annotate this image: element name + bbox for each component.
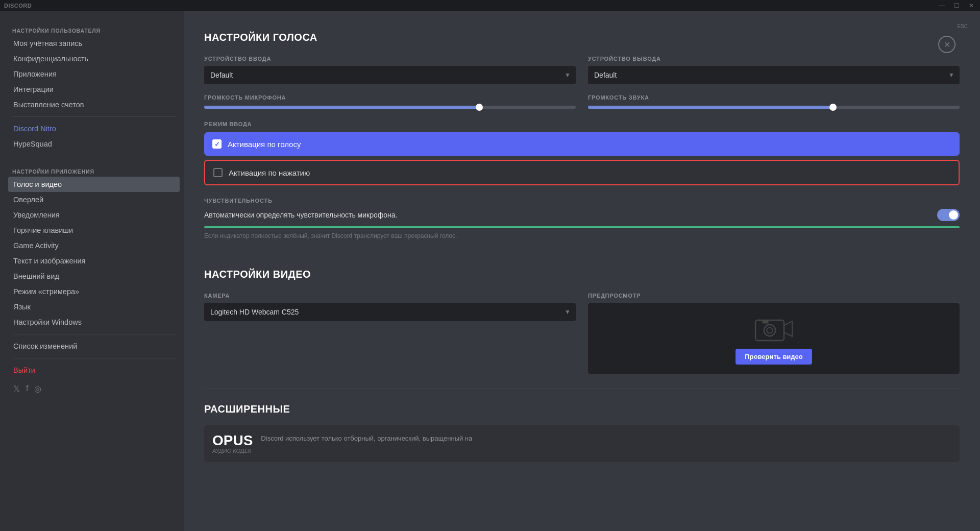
sound-volume-label: ГРОМКОСТЬ ЗВУКА bbox=[588, 94, 960, 101]
auto-sensitivity-text: Автоматически определять чувствительност… bbox=[204, 211, 937, 219]
input-mode-label: РЕЖИМ ВВОДА bbox=[204, 121, 960, 127]
sidebar-item-streamer-mode[interactable]: Режим «стримера» bbox=[8, 284, 180, 299]
sidebar-item-overlay[interactable]: Оверлей bbox=[8, 192, 180, 207]
sidebar-divider-2 bbox=[12, 156, 176, 156]
push-to-talk-checkbox bbox=[213, 168, 223, 177]
sensitivity-row: Автоматически определять чувствительност… bbox=[204, 209, 960, 221]
output-device-group: УСТРОЙСТВО ВЫВОДА Default ▼ bbox=[588, 56, 960, 84]
codec-logo-sub: АУДИО КОДЕК bbox=[212, 448, 253, 454]
sensitivity-label: ЧУВСТВИТЕЛЬНОСТЬ bbox=[204, 198, 960, 204]
codec-logo-area: OPUS АУДИО КОДЕК bbox=[212, 433, 253, 454]
codec-card: OPUS АУДИО КОДЕК Discord использует толь… bbox=[204, 425, 960, 462]
input-device-label: УСТРОЙСТВО ВВОДА bbox=[204, 56, 576, 62]
codec-logo: OPUS bbox=[212, 433, 253, 448]
camera-label: КАМЕРА bbox=[204, 293, 576, 299]
sidebar-item-voice[interactable]: Голос и видео bbox=[8, 177, 180, 192]
preview-group: ПРЕДПРОСМОТР Проверить видео bbox=[588, 293, 960, 374]
sidebar-divider-4 bbox=[12, 358, 176, 358]
advanced-title: РАСШИРЕННЫЕ bbox=[204, 403, 960, 415]
sidebar-item-billing[interactable]: Выставление счетов bbox=[8, 97, 180, 112]
input-device-select[interactable]: Default bbox=[204, 66, 576, 84]
sidebar-item-nitro[interactable]: Discord Nitro bbox=[8, 121, 180, 136]
sidebar-divider-3 bbox=[12, 334, 176, 334]
output-device-select-wrapper: Default ▼ bbox=[588, 66, 960, 84]
minimize-button[interactable]: — bbox=[937, 2, 947, 9]
close-settings-button[interactable]: ✕ bbox=[938, 36, 955, 53]
sidebar: НАСТРОЙКИ ПОЛЬЗОВАТЕЛЯ Моя учётная запис… bbox=[0, 11, 184, 531]
voice-activation-label: Активация по голосу bbox=[228, 140, 301, 149]
social-icons: 𝕏 f ◎ bbox=[8, 380, 180, 398]
input-device-group: УСТРОЙСТВО ВВОДА Default ▼ bbox=[204, 56, 576, 84]
camera-select[interactable]: Logitech HD Webcam C525 bbox=[204, 303, 576, 321]
content-divider-2 bbox=[204, 389, 960, 389]
sidebar-item-integrations[interactable]: Интеграции bbox=[8, 82, 180, 97]
sensitivity-hint: Если индикатор полностью зелёный, значит… bbox=[204, 232, 960, 239]
sidebar-divider-1 bbox=[12, 116, 176, 117]
check-video-button[interactable]: Проверить видео bbox=[736, 349, 812, 365]
mic-volume-label: ГРОМКОСТЬ МИКРОФОНА bbox=[204, 94, 576, 101]
close-area: ✕ ESC bbox=[957, 23, 968, 29]
mic-volume-group: ГРОМКОСТЬ МИКРОФОНА bbox=[204, 94, 576, 109]
voice-activation-checkbox: ✓ bbox=[212, 139, 222, 149]
toggle-knob bbox=[949, 210, 958, 220]
main-content: ✕ ESC НАСТРОЙКИ ГОЛОСА УСТРОЙСТВО ВВОДА … bbox=[184, 11, 980, 531]
app-settings-label: НАСТРОЙКИ ПРИЛОЖЕНИЯ bbox=[8, 164, 180, 177]
sidebar-item-notifications[interactable]: Уведомления bbox=[8, 207, 180, 223]
svg-point-2 bbox=[767, 327, 772, 333]
sidebar-item-language[interactable]: Язык bbox=[8, 299, 180, 315]
sensitivity-bar bbox=[204, 226, 960, 228]
video-settings-title: НАСТРОЙКИ ВИДЕО bbox=[204, 269, 960, 280]
preview-label: ПРЕДПРОСМОТР bbox=[588, 293, 960, 299]
app-title: DISCORD bbox=[4, 3, 32, 9]
sidebar-item-keybinds[interactable]: Горячие клавиши bbox=[8, 223, 180, 238]
sidebar-item-appearance[interactable]: Внешний вид bbox=[8, 269, 180, 284]
push-to-talk-label: Активация по нажатию bbox=[229, 168, 310, 177]
sound-volume-slider[interactable] bbox=[588, 106, 960, 109]
user-settings-label: НАСТРОЙКИ ПОЛЬЗОВАТЕЛЯ bbox=[8, 23, 180, 36]
esc-label: ESC bbox=[957, 23, 968, 29]
push-to-talk-option[interactable]: Активация по нажатию bbox=[204, 160, 960, 185]
window-controls: — ☐ ✕ bbox=[937, 2, 976, 9]
svg-rect-3 bbox=[763, 320, 769, 323]
device-row: УСТРОЙСТВО ВВОДА Default ▼ УСТРОЙСТВО ВЫ… bbox=[204, 56, 960, 84]
output-device-select[interactable]: Default bbox=[588, 66, 960, 84]
input-device-select-wrapper: Default ▼ bbox=[204, 66, 576, 84]
volume-section: ГРОМКОСТЬ МИКРОФОНА ГРОМКОСТЬ ЗВУКА bbox=[204, 94, 960, 109]
app-container: НАСТРОЙКИ ПОЛЬЗОВАТЕЛЯ Моя учётная запис… bbox=[0, 0, 980, 531]
voice-activation-option[interactable]: ✓ Активация по голосу bbox=[204, 132, 960, 156]
sidebar-item-changelog[interactable]: Список изменений bbox=[8, 339, 180, 354]
sidebar-item-logout[interactable]: Выйти bbox=[8, 363, 180, 378]
close-window-button[interactable]: ✕ bbox=[967, 2, 976, 9]
instagram-icon[interactable]: ◎ bbox=[34, 384, 41, 394]
preview-box: Проверить видео bbox=[588, 303, 960, 374]
auto-sensitivity-toggle[interactable] bbox=[937, 209, 960, 221]
sidebar-item-account[interactable]: Моя учётная запись bbox=[8, 36, 180, 51]
svg-rect-0 bbox=[755, 320, 784, 341]
camera-group: КАМЕРА Logitech HD Webcam C525 ▼ bbox=[204, 293, 576, 321]
titlebar: DISCORD — ☐ ✕ bbox=[0, 0, 980, 11]
sidebar-item-hypesquad[interactable]: HypeSquad bbox=[8, 136, 180, 152]
twitter-icon[interactable]: 𝕏 bbox=[13, 384, 20, 394]
content-divider-1 bbox=[204, 254, 960, 254]
sidebar-item-privacy[interactable]: Конфиденциальность bbox=[8, 51, 180, 66]
maximize-button[interactable]: ☐ bbox=[952, 2, 962, 9]
camera-select-wrapper: Logitech HD Webcam C525 ▼ bbox=[204, 303, 576, 321]
mic-volume-slider[interactable] bbox=[204, 106, 576, 109]
codec-description: Discord использует только отборный, орга… bbox=[261, 433, 472, 444]
svg-marker-4 bbox=[784, 321, 792, 336]
sidebar-item-text-images[interactable]: Текст и изображения bbox=[8, 253, 180, 269]
camera-icon bbox=[753, 313, 794, 344]
sidebar-item-apps[interactable]: Приложения bbox=[8, 66, 180, 82]
facebook-icon[interactable]: f bbox=[26, 384, 28, 394]
sidebar-item-windows[interactable]: Настройки Windows bbox=[8, 315, 180, 330]
video-row: КАМЕРА Logitech HD Webcam C525 ▼ ПРЕДПРО… bbox=[204, 293, 960, 374]
input-mode-options: ✓ Активация по голосу Активация по нажат… bbox=[204, 132, 960, 185]
sidebar-item-game-activity[interactable]: Game Activity bbox=[8, 238, 180, 253]
sound-volume-group: ГРОМКОСТЬ ЗВУКА bbox=[588, 94, 960, 109]
svg-point-1 bbox=[764, 324, 775, 335]
output-device-label: УСТРОЙСТВО ВЫВОДА bbox=[588, 56, 960, 62]
voice-settings-title: НАСТРОЙКИ ГОЛОСА bbox=[204, 32, 960, 43]
